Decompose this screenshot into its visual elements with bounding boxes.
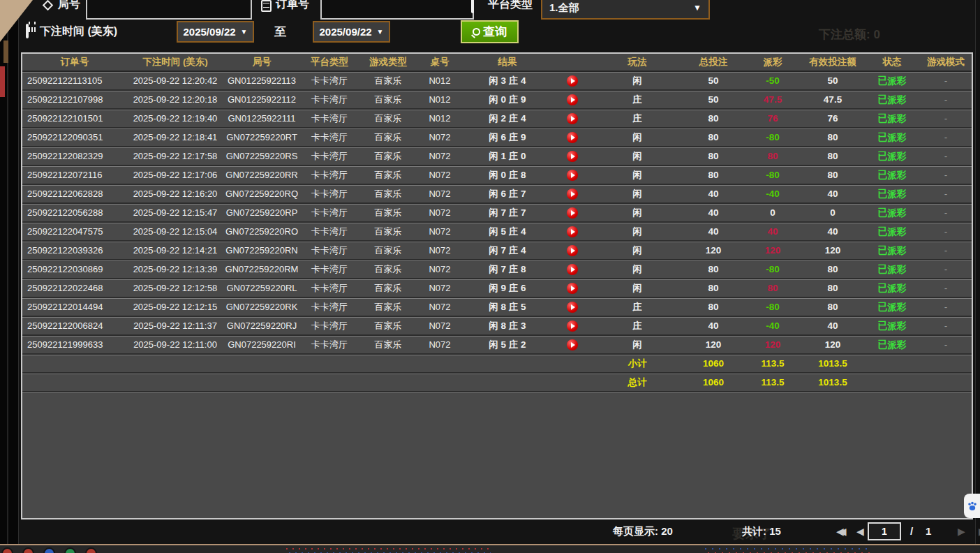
cell-game-mode: - bbox=[920, 203, 972, 222]
table-row: 2509221221079982025-09-22 12:20:18GN0122… bbox=[22, 90, 972, 109]
play-replay-button[interactable] bbox=[567, 245, 578, 256]
cell-game-type: 百家乐 bbox=[359, 90, 417, 109]
cell-table-number: N072 bbox=[417, 184, 462, 203]
summary-label: 小计 bbox=[592, 354, 683, 373]
cell-replay bbox=[553, 147, 592, 165]
play-replay-button[interactable] bbox=[567, 189, 578, 200]
table-row: 2509221220628282025-09-22 12:16:20GN0722… bbox=[22, 184, 972, 203]
table-row: 2509221220144942025-09-22 12:12:15GN0722… bbox=[22, 297, 972, 316]
cell-total-bet: 50 bbox=[683, 71, 744, 90]
cell-valid-bet: 40 bbox=[801, 316, 864, 335]
cell-result: 闲 5 庄 4 bbox=[462, 222, 553, 241]
cell-platform: 卡卡湾厅 bbox=[300, 222, 359, 241]
background-fragment bbox=[3, 40, 8, 63]
bet-time-label: 下注时间 (美东) bbox=[40, 24, 117, 39]
play-replay-button[interactable] bbox=[567, 170, 578, 181]
page-number-input[interactable] bbox=[868, 522, 901, 540]
cell-round-number: GN072259220RK bbox=[223, 297, 300, 316]
play-replay-button[interactable] bbox=[567, 75, 578, 87]
cell-payout: -40 bbox=[744, 316, 801, 335]
cell-platform: 卡卡湾厅 bbox=[300, 279, 359, 297]
table-row: 2509221220823292025-09-22 12:17:58GN0722… bbox=[22, 147, 972, 165]
chevron-down-icon: ▼ bbox=[241, 28, 248, 36]
table-row: 2509221220562882025-09-22 12:15:47GN0722… bbox=[22, 203, 972, 222]
play-replay-button[interactable] bbox=[567, 320, 578, 332]
cell-valid-bet: 80 bbox=[801, 147, 864, 165]
date-to-picker[interactable]: 2025/09/22 ▼ bbox=[313, 21, 390, 43]
cell-play-method: 庄 bbox=[592, 109, 683, 128]
cell-order-number: 250922122014494 bbox=[22, 297, 127, 316]
play-replay-button[interactable] bbox=[567, 151, 578, 162]
cell-total-bet: 50 bbox=[683, 90, 744, 109]
play-replay-button[interactable] bbox=[567, 113, 578, 124]
cell-bet-time: 2025-09-22 12:12:15 bbox=[127, 297, 223, 316]
cell-result: 闲 6 庄 7 bbox=[462, 184, 553, 203]
cell-status: 已派彩 bbox=[864, 71, 920, 90]
cell-game-type: 百家乐 bbox=[359, 260, 417, 279]
cell-play-method: 闲 bbox=[592, 241, 683, 260]
roadmap-bead bbox=[22, 547, 34, 553]
cell-total-bet: 120 bbox=[683, 241, 744, 260]
cell-play-method: 闲 bbox=[592, 260, 683, 279]
play-replay-button[interactable] bbox=[567, 283, 578, 294]
cell-total-bet: 40 bbox=[683, 222, 744, 241]
roadmap-bead bbox=[43, 547, 55, 553]
cell-game-type: 百家乐 bbox=[359, 128, 417, 147]
cell-bet-time: 2025-09-22 12:19:40 bbox=[127, 109, 223, 128]
roadmap-bead bbox=[85, 547, 97, 553]
pagination-bar: 每页显示: 20 共计: 15 ◀◀ ◀ / 1 ▶ ▶▶ bbox=[21, 519, 973, 545]
cell-table-number: N072 bbox=[417, 222, 462, 241]
cell-game-type: 百家乐 bbox=[359, 147, 417, 165]
cell-order-number: 250922122006824 bbox=[22, 316, 127, 335]
cell-platform: 卡卡湾厅 bbox=[300, 241, 359, 260]
cell-valid-bet: 80 bbox=[801, 297, 864, 316]
paw-button[interactable] bbox=[964, 494, 980, 518]
cell-replay bbox=[553, 260, 592, 279]
cell-replay bbox=[553, 165, 592, 184]
summary-blank bbox=[864, 373, 972, 392]
cell-bet-time: 2025-09-22 12:15:47 bbox=[127, 203, 223, 222]
cell-payout: 47.5 bbox=[744, 90, 801, 109]
cell-table-number: N072 bbox=[417, 165, 462, 184]
date-from-picker[interactable]: 2025/09/22 ▼ bbox=[177, 21, 254, 43]
play-replay-button[interactable] bbox=[567, 339, 578, 351]
cell-round-number: GN072259220RM bbox=[223, 260, 300, 279]
cell-platform: 卡卡湾厅 bbox=[300, 147, 359, 165]
play-replay-button[interactable] bbox=[567, 132, 578, 143]
cell-replay bbox=[553, 128, 592, 147]
cell-round-number: GN01225922111 bbox=[223, 109, 300, 128]
search-button[interactable]: 查询 bbox=[461, 20, 519, 43]
first-page-button[interactable]: ◀◀ bbox=[836, 526, 847, 537]
cell-bet-time: 2025-09-22 12:11:00 bbox=[127, 335, 223, 354]
round-number-input[interactable] bbox=[86, 0, 252, 20]
platform-type-select[interactable]: 1.全部 ▼ bbox=[541, 0, 710, 20]
play-replay-button[interactable] bbox=[567, 94, 578, 105]
column-header: 总投注 bbox=[683, 54, 744, 71]
cell-round-number: GN072259220RO bbox=[223, 222, 300, 241]
cell-play-method: 闲 bbox=[592, 222, 683, 241]
play-replay-button[interactable] bbox=[567, 264, 578, 275]
cell-play-method: 闲 bbox=[592, 128, 683, 147]
play-replay-button[interactable] bbox=[567, 207, 578, 219]
table-row: 2509221220068242025-09-22 12:11:37GN0722… bbox=[22, 316, 972, 335]
cell-round-number: GN072259220RL bbox=[223, 279, 300, 297]
cell-table-number: N072 bbox=[417, 203, 462, 222]
cell-total-bet: 40 bbox=[683, 203, 744, 222]
next-page-button[interactable]: ▶ bbox=[958, 526, 965, 537]
cell-game-mode: - bbox=[920, 297, 972, 316]
search-button-label: 查询 bbox=[483, 24, 507, 40]
play-replay-button[interactable] bbox=[567, 302, 578, 313]
summary-payout: 113.5 bbox=[744, 373, 801, 392]
order-number-input[interactable] bbox=[320, 0, 474, 20]
cell-order-number: 250922122056288 bbox=[22, 203, 127, 222]
cell-status: 已派彩 bbox=[864, 335, 920, 354]
prev-page-button[interactable]: ◀ bbox=[856, 526, 864, 537]
table-row: 2509221220903512025-09-22 12:18:41GN0722… bbox=[22, 128, 972, 147]
play-replay-button[interactable] bbox=[567, 226, 578, 237]
cell-payout: 80 bbox=[744, 279, 801, 297]
summary-label: 总计 bbox=[592, 373, 683, 392]
column-header: 局号 bbox=[223, 54, 300, 71]
cell-replay bbox=[553, 279, 592, 297]
cell-result: 闲 0 庄 9 bbox=[462, 90, 553, 109]
column-header: 玩法 bbox=[592, 54, 683, 71]
